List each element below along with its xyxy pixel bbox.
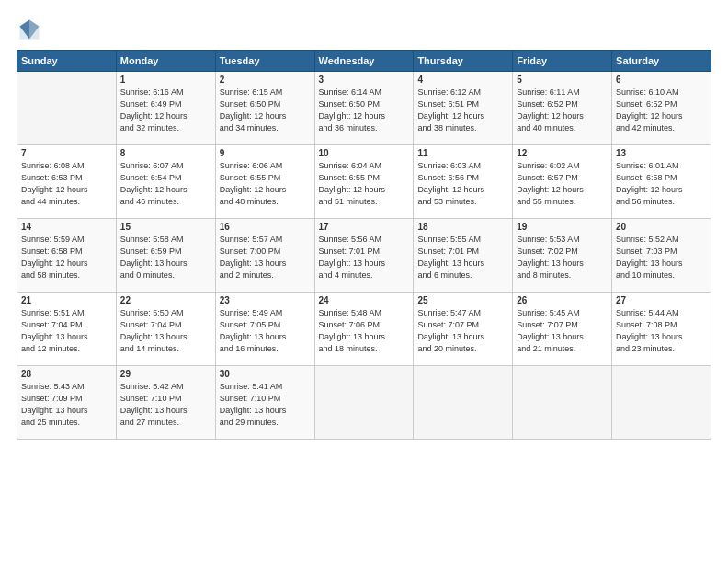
day-info: Sunrise: 5:56 AM Sunset: 7:01 PM Dayligh… xyxy=(319,234,410,282)
day-info: Sunrise: 6:02 AM Sunset: 6:57 PM Dayligh… xyxy=(517,160,608,208)
header-day-thursday: Thursday xyxy=(414,51,513,72)
day-number: 5 xyxy=(517,75,608,85)
day-number: 3 xyxy=(319,75,410,85)
day-cell: 5Sunrise: 6:11 AM Sunset: 6:52 PM Daylig… xyxy=(513,72,612,145)
day-info: Sunrise: 5:42 AM Sunset: 7:10 PM Dayligh… xyxy=(120,381,211,429)
header-day-sunday: Sunday xyxy=(17,51,117,72)
day-cell: 8Sunrise: 6:07 AM Sunset: 6:54 PM Daylig… xyxy=(116,145,215,219)
day-cell: 26Sunrise: 5:45 AM Sunset: 7:07 PM Dayli… xyxy=(513,293,612,366)
day-cell: 16Sunrise: 5:57 AM Sunset: 7:00 PM Dayli… xyxy=(215,219,314,293)
calendar-body: 1Sunrise: 6:16 AM Sunset: 6:49 PM Daylig… xyxy=(17,72,711,440)
day-cell xyxy=(513,366,612,440)
day-cell: 20Sunrise: 5:52 AM Sunset: 7:03 PM Dayli… xyxy=(612,219,711,293)
day-number: 13 xyxy=(616,148,707,158)
header-day-wednesday: Wednesday xyxy=(314,51,414,72)
day-cell xyxy=(314,366,414,440)
day-cell: 17Sunrise: 5:56 AM Sunset: 7:01 PM Dayli… xyxy=(314,219,414,293)
day-info: Sunrise: 6:04 AM Sunset: 6:55 PM Dayligh… xyxy=(319,160,410,208)
day-number: 16 xyxy=(220,222,311,232)
day-cell: 25Sunrise: 5:47 AM Sunset: 7:07 PM Dayli… xyxy=(414,293,513,366)
day-cell: 12Sunrise: 6:02 AM Sunset: 6:57 PM Dayli… xyxy=(513,145,612,219)
day-cell: 21Sunrise: 5:51 AM Sunset: 7:04 PM Dayli… xyxy=(17,293,117,366)
day-info: Sunrise: 6:15 AM Sunset: 6:50 PM Dayligh… xyxy=(220,86,311,134)
logo xyxy=(17,17,46,42)
day-number: 8 xyxy=(120,148,211,158)
day-cell: 3Sunrise: 6:14 AM Sunset: 6:50 PM Daylig… xyxy=(314,72,414,145)
day-cell: 9Sunrise: 6:06 AM Sunset: 6:55 PM Daylig… xyxy=(215,145,314,219)
day-number: 7 xyxy=(21,148,112,158)
logo-icon xyxy=(17,17,42,42)
day-number: 28 xyxy=(21,369,112,379)
day-info: Sunrise: 5:58 AM Sunset: 6:59 PM Dayligh… xyxy=(120,234,211,282)
day-info: Sunrise: 6:12 AM Sunset: 6:51 PM Dayligh… xyxy=(417,86,508,134)
header-day-saturday: Saturday xyxy=(612,51,711,72)
header xyxy=(17,17,711,42)
day-info: Sunrise: 5:52 AM Sunset: 7:03 PM Dayligh… xyxy=(616,234,707,282)
day-cell: 15Sunrise: 5:58 AM Sunset: 6:59 PM Dayli… xyxy=(116,219,215,293)
day-number: 18 xyxy=(417,222,508,232)
day-number: 2 xyxy=(220,75,311,85)
day-info: Sunrise: 5:45 AM Sunset: 7:07 PM Dayligh… xyxy=(517,307,608,355)
day-cell: 23Sunrise: 5:49 AM Sunset: 7:05 PM Dayli… xyxy=(215,293,314,366)
day-info: Sunrise: 5:48 AM Sunset: 7:06 PM Dayligh… xyxy=(319,307,410,355)
day-info: Sunrise: 6:11 AM Sunset: 6:52 PM Dayligh… xyxy=(517,86,608,134)
day-info: Sunrise: 6:07 AM Sunset: 6:54 PM Dayligh… xyxy=(120,160,211,208)
day-cell: 14Sunrise: 5:59 AM Sunset: 6:58 PM Dayli… xyxy=(17,219,117,293)
week-row-0: 1Sunrise: 6:16 AM Sunset: 6:49 PM Daylig… xyxy=(17,72,711,145)
day-number: 9 xyxy=(220,148,311,158)
day-info: Sunrise: 5:50 AM Sunset: 7:04 PM Dayligh… xyxy=(120,307,211,355)
day-info: Sunrise: 5:55 AM Sunset: 7:01 PM Dayligh… xyxy=(417,234,508,282)
day-number: 12 xyxy=(517,148,608,158)
day-info: Sunrise: 6:10 AM Sunset: 6:52 PM Dayligh… xyxy=(616,86,707,134)
day-number: 19 xyxy=(517,222,608,232)
day-cell: 27Sunrise: 5:44 AM Sunset: 7:08 PM Dayli… xyxy=(612,293,711,366)
day-info: Sunrise: 5:41 AM Sunset: 7:10 PM Dayligh… xyxy=(220,381,311,429)
header-row: SundayMondayTuesdayWednesdayThursdayFrid… xyxy=(17,51,711,72)
day-info: Sunrise: 5:53 AM Sunset: 7:02 PM Dayligh… xyxy=(517,234,608,282)
day-info: Sunrise: 5:57 AM Sunset: 7:00 PM Dayligh… xyxy=(220,234,311,282)
day-cell: 18Sunrise: 5:55 AM Sunset: 7:01 PM Dayli… xyxy=(414,219,513,293)
day-number: 10 xyxy=(319,148,410,158)
header-day-friday: Friday xyxy=(513,51,612,72)
day-number: 23 xyxy=(220,295,311,305)
week-row-2: 14Sunrise: 5:59 AM Sunset: 6:58 PM Dayli… xyxy=(17,219,711,293)
week-row-3: 21Sunrise: 5:51 AM Sunset: 7:04 PM Dayli… xyxy=(17,293,711,366)
day-number: 21 xyxy=(21,295,112,305)
day-cell xyxy=(414,366,513,440)
day-cell: 2Sunrise: 6:15 AM Sunset: 6:50 PM Daylig… xyxy=(215,72,314,145)
day-cell: 4Sunrise: 6:12 AM Sunset: 6:51 PM Daylig… xyxy=(414,72,513,145)
day-cell: 24Sunrise: 5:48 AM Sunset: 7:06 PM Dayli… xyxy=(314,293,414,366)
page: SundayMondayTuesdayWednesdayThursdayFrid… xyxy=(0,0,728,563)
day-info: Sunrise: 5:59 AM Sunset: 6:58 PM Dayligh… xyxy=(21,234,112,282)
day-number: 14 xyxy=(21,222,112,232)
day-number: 29 xyxy=(120,369,211,379)
day-cell xyxy=(612,366,711,440)
day-cell: 10Sunrise: 6:04 AM Sunset: 6:55 PM Dayli… xyxy=(314,145,414,219)
calendar-table: SundayMondayTuesdayWednesdayThursdayFrid… xyxy=(17,50,711,440)
day-info: Sunrise: 6:03 AM Sunset: 6:56 PM Dayligh… xyxy=(417,160,508,208)
day-number: 20 xyxy=(616,222,707,232)
day-info: Sunrise: 6:14 AM Sunset: 6:50 PM Dayligh… xyxy=(319,86,410,134)
day-info: Sunrise: 5:47 AM Sunset: 7:07 PM Dayligh… xyxy=(417,307,508,355)
day-number: 27 xyxy=(616,295,707,305)
day-info: Sunrise: 5:43 AM Sunset: 7:09 PM Dayligh… xyxy=(21,381,112,429)
day-cell: 19Sunrise: 5:53 AM Sunset: 7:02 PM Dayli… xyxy=(513,219,612,293)
day-cell: 28Sunrise: 5:43 AM Sunset: 7:09 PM Dayli… xyxy=(17,366,117,440)
day-info: Sunrise: 6:08 AM Sunset: 6:53 PM Dayligh… xyxy=(21,160,112,208)
day-number: 24 xyxy=(319,295,410,305)
day-cell: 29Sunrise: 5:42 AM Sunset: 7:10 PM Dayli… xyxy=(116,366,215,440)
day-number: 17 xyxy=(319,222,410,232)
day-info: Sunrise: 5:44 AM Sunset: 7:08 PM Dayligh… xyxy=(616,307,707,355)
day-number: 26 xyxy=(517,295,608,305)
day-cell xyxy=(17,72,117,145)
day-cell: 22Sunrise: 5:50 AM Sunset: 7:04 PM Dayli… xyxy=(116,293,215,366)
day-info: Sunrise: 5:51 AM Sunset: 7:04 PM Dayligh… xyxy=(21,307,112,355)
day-info: Sunrise: 6:16 AM Sunset: 6:49 PM Dayligh… xyxy=(120,86,211,134)
day-number: 1 xyxy=(120,75,211,85)
header-day-tuesday: Tuesday xyxy=(215,51,314,72)
day-cell: 11Sunrise: 6:03 AM Sunset: 6:56 PM Dayli… xyxy=(414,145,513,219)
day-info: Sunrise: 6:01 AM Sunset: 6:58 PM Dayligh… xyxy=(616,160,707,208)
day-number: 11 xyxy=(417,148,508,158)
day-cell: 1Sunrise: 6:16 AM Sunset: 6:49 PM Daylig… xyxy=(116,72,215,145)
week-row-4: 28Sunrise: 5:43 AM Sunset: 7:09 PM Dayli… xyxy=(17,366,711,440)
